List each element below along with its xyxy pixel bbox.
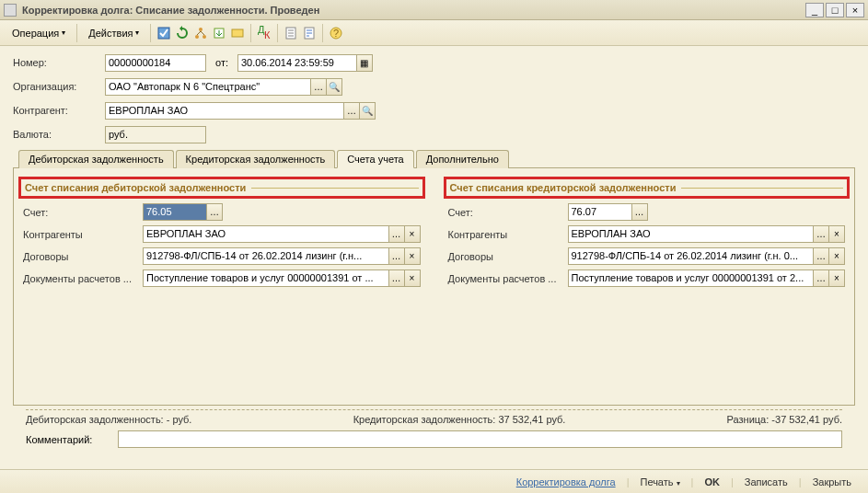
contragent-label: Контрагент: bbox=[13, 105, 105, 116]
number-label: Номер: bbox=[13, 57, 105, 68]
svg-point-2 bbox=[195, 35, 199, 39]
bottom-toolbar: Корректировка долга | Печать▾ | OK | Зап… bbox=[0, 469, 868, 493]
operation-menu[interactable]: Операция▾ bbox=[6, 25, 72, 41]
svg-text:К: К bbox=[264, 29, 271, 40]
tab-debit[interactable]: Дебиторская задолженность bbox=[18, 150, 174, 168]
debit-account-label: Счет: bbox=[23, 207, 143, 218]
close-button[interactable]: × bbox=[846, 3, 864, 17]
credit-docs-clear[interactable]: × bbox=[828, 269, 845, 287]
ok-button[interactable]: OK bbox=[697, 474, 727, 490]
svg-rect-5 bbox=[232, 29, 243, 37]
debit-contragents-ellipsis[interactable]: … bbox=[388, 225, 405, 243]
report-icon[interactable] bbox=[283, 25, 299, 41]
basis-icon[interactable] bbox=[229, 25, 246, 41]
help-link[interactable]: Корректировка долга bbox=[509, 474, 623, 490]
date-input[interactable]: 30.06.2014 23:59:59 bbox=[237, 54, 357, 72]
debit-contracts-label: Договоры bbox=[23, 251, 143, 262]
credit-contragents-input[interactable]: ЕВРОПЛАН ЗАО bbox=[568, 225, 815, 243]
window-title: Корректировка долга: Списание задолженно… bbox=[22, 5, 804, 16]
credit-docs-label: Документы расчетов ... bbox=[448, 273, 568, 284]
credit-total: Кредиторская задолженность: 37 532,41 ру… bbox=[353, 414, 566, 425]
credit-account-label: Счет: bbox=[448, 207, 568, 218]
form-area: Номер: 00000000184 от: 30.06.2014 23:59:… bbox=[0, 46, 868, 455]
tab-credit[interactable]: Кредиторская задолженность bbox=[176, 150, 336, 168]
from-label: от: bbox=[215, 57, 228, 68]
org-input[interactable]: ОАО "Автопарк N 6 "Спецтранс" bbox=[105, 78, 311, 96]
svg-point-3 bbox=[203, 35, 206, 39]
credit-account-input[interactable]: 76.07 bbox=[568, 203, 632, 221]
tab-content: Счет списания дебиторской задолженности … bbox=[13, 168, 855, 406]
debit-contragents-input[interactable]: ЕВРОПЛАН ЗАО bbox=[143, 225, 389, 243]
number-input[interactable]: 00000000184 bbox=[105, 54, 206, 72]
credit-legend: Счет списания кредиторской задолженности bbox=[448, 181, 846, 194]
debit-docs-clear[interactable]: × bbox=[404, 269, 421, 287]
currency-label: Валюта: bbox=[13, 129, 105, 140]
debit-docs-ellipsis[interactable]: … bbox=[388, 269, 405, 287]
save-button[interactable]: Записать bbox=[737, 474, 795, 490]
debit-docs-input[interactable]: Поступление товаров и услуг 00000001391 … bbox=[143, 269, 389, 287]
debit-contracts-ellipsis[interactable]: … bbox=[388, 247, 405, 265]
org-ellipsis-button[interactable]: … bbox=[310, 78, 327, 96]
footer: Дебиторская задолженность: - руб. Кредит… bbox=[13, 406, 855, 448]
print-button[interactable]: Печать▾ bbox=[632, 474, 687, 490]
titlebar: Корректировка долга: Списание задолженно… bbox=[0, 0, 868, 20]
debit-contragents-clear[interactable]: × bbox=[404, 225, 421, 243]
contragent-input[interactable]: ЕВРОПЛАН ЗАО bbox=[105, 102, 344, 120]
tabs: Дебиторская задолженность Кредиторская з… bbox=[13, 149, 855, 168]
toolbar: Операция▾ Действия▾ ДК ? bbox=[0, 20, 868, 46]
help-icon[interactable]: ? bbox=[328, 25, 344, 41]
currency-input: руб. bbox=[105, 126, 206, 143]
org-label: Организация: bbox=[13, 81, 105, 92]
credit-contracts-label: Договоры bbox=[448, 251, 568, 262]
dtcr-icon[interactable]: ДК bbox=[256, 25, 272, 41]
structure-icon[interactable] bbox=[192, 25, 209, 41]
org-search-button[interactable]: 🔍 bbox=[326, 78, 342, 96]
debit-account-input[interactable]: 76.05 bbox=[143, 203, 207, 221]
tab-accounts[interactable]: Счета учета bbox=[337, 150, 413, 168]
credit-contracts-ellipsis[interactable]: … bbox=[813, 247, 829, 265]
calendar-button[interactable]: ▦ bbox=[356, 54, 373, 72]
close-form-button[interactable]: Закрыть bbox=[805, 474, 859, 490]
debit-docs-label: Документы расчетов ... bbox=[23, 273, 143, 284]
comment-input[interactable] bbox=[118, 430, 842, 448]
svg-point-1 bbox=[199, 28, 203, 31]
credit-contragents-label: Контрагенты bbox=[448, 229, 568, 240]
contragent-ellipsis-button[interactable]: … bbox=[343, 102, 360, 120]
export-icon[interactable] bbox=[211, 25, 227, 41]
debit-fieldset: Счет списания дебиторской задолженности … bbox=[23, 181, 421, 396]
debit-contragents-label: Контрагенты bbox=[23, 229, 143, 240]
credit-docs-input[interactable]: Поступление товаров и услуг 00000001391 … bbox=[568, 269, 815, 287]
credit-contragents-ellipsis[interactable]: … bbox=[813, 225, 829, 243]
minimize-button[interactable]: _ bbox=[805, 3, 824, 17]
credit-fieldset: Счет списания кредиторской задолженности… bbox=[448, 181, 846, 396]
post-icon[interactable] bbox=[156, 25, 172, 41]
credit-docs-ellipsis[interactable]: … bbox=[813, 269, 829, 287]
refresh-icon[interactable] bbox=[174, 25, 191, 41]
list-icon[interactable] bbox=[301, 25, 318, 41]
maximize-button[interactable]: □ bbox=[826, 3, 844, 17]
contragent-search-button[interactable]: 🔍 bbox=[359, 102, 376, 120]
debit-contracts-input[interactable]: 912798-ФЛ/СПБ-14 от 26.02.2014 лизинг (г… bbox=[143, 247, 389, 265]
svg-text:?: ? bbox=[333, 28, 339, 39]
debit-total: Дебиторская задолженность: - руб. bbox=[26, 414, 191, 425]
credit-account-ellipsis[interactable]: … bbox=[631, 203, 648, 221]
credit-contracts-input[interactable]: 912798-ФЛ/СПБ-14 от 26.02.2014 лизинг (г… bbox=[568, 247, 815, 265]
tab-additional[interactable]: Дополнительно bbox=[416, 150, 509, 168]
debit-account-ellipsis[interactable]: … bbox=[206, 203, 223, 221]
debit-contracts-clear[interactable]: × bbox=[404, 247, 421, 265]
credit-contragents-clear[interactable]: × bbox=[828, 225, 845, 243]
credit-contracts-clear[interactable]: × bbox=[828, 247, 845, 265]
app-icon bbox=[4, 4, 17, 17]
debit-legend: Счет списания дебиторской задолженности bbox=[23, 181, 421, 194]
comment-label: Комментарий: bbox=[26, 434, 118, 445]
diff-total: Разница: -37 532,41 руб. bbox=[727, 414, 842, 425]
actions-menu[interactable]: Действия▾ bbox=[82, 25, 145, 41]
